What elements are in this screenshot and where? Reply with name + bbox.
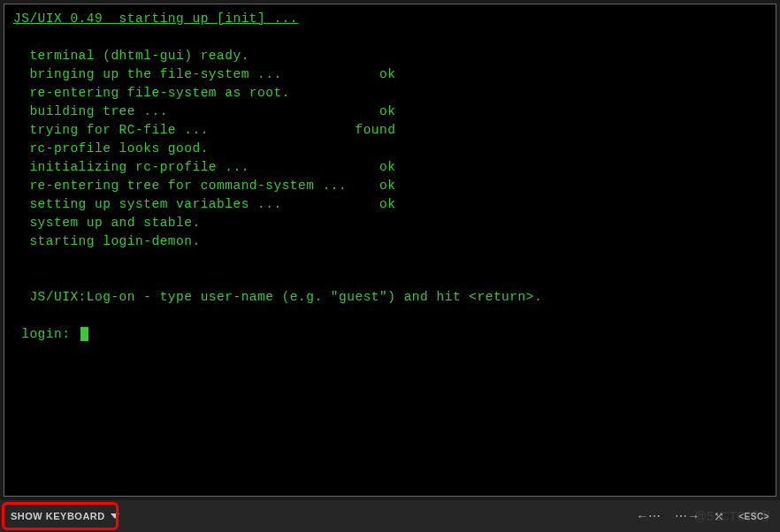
status-bar: SHOW KEYBOARD ←⋯ ⋯→ ⤱ <ESC> [0, 500, 780, 532]
terminal-body-lines: terminal (dhtml-gui) ready. bringing up … [13, 49, 542, 304]
history-forward-button[interactable]: ⋯→ [669, 505, 705, 527]
terminal-title-line: JS/UIX 0.49 starting up [init] ... [13, 11, 298, 26]
terminal-login-prompt: login: [13, 327, 79, 341]
arrow-left-icon: ←⋯ [636, 509, 661, 523]
escape-label: <ESC> [738, 512, 769, 521]
chevron-down-icon [111, 513, 119, 519]
app-root: JS/UIX 0.49 starting up [init] ... termi… [0, 0, 780, 532]
arrow-right-icon: ⋯→ [675, 509, 700, 523]
escape-button[interactable]: <ESC> [733, 508, 775, 525]
status-bar-right: ←⋯ ⋯→ ⤱ <ESC> [631, 505, 775, 527]
terminal-window[interactable]: JS/UIX 0.49 starting up [init] ... termi… [4, 4, 776, 497]
history-back-button[interactable]: ←⋯ [631, 505, 666, 527]
terminal-cursor[interactable] [80, 327, 88, 341]
terminal-output: JS/UIX 0.49 starting up [init] ... termi… [13, 10, 767, 344]
show-keyboard-button[interactable]: SHOW KEYBOARD [5, 505, 126, 527]
cross-arrows-icon: ⤱ [714, 509, 724, 523]
swap-button[interactable]: ⤱ [708, 505, 730, 527]
show-keyboard-label: SHOW KEYBOARD [11, 511, 105, 521]
